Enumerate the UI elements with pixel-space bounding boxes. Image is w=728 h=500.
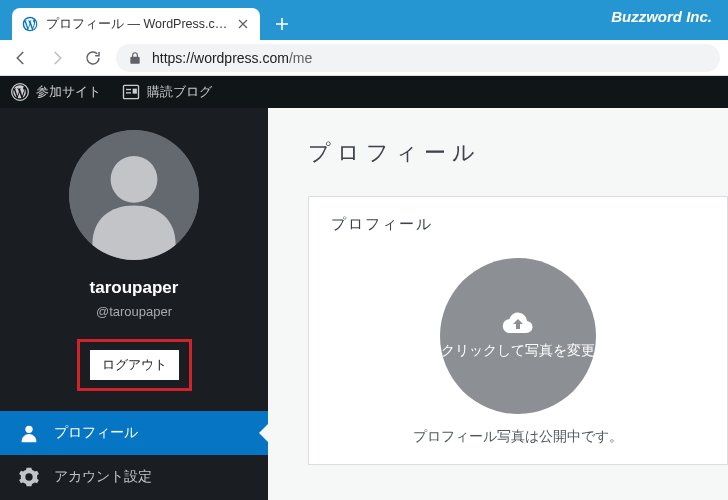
adminbar-reader[interactable]: 購読ブログ bbox=[121, 82, 212, 102]
page-title: プロフィール bbox=[308, 138, 728, 168]
svg-rect-5 bbox=[133, 89, 137, 94]
main: taroupaper @taroupaper ログアウト プロフィール アカウン… bbox=[0, 108, 728, 500]
adminbar-mysites-label: 参加サイト bbox=[36, 83, 101, 101]
sidebar: taroupaper @taroupaper ログアウト プロフィール アカウン… bbox=[0, 108, 268, 500]
reload-button[interactable] bbox=[80, 45, 106, 71]
window-brand: Buzzword Inc. bbox=[611, 8, 712, 25]
avatar-upload[interactable]: クリックして写真を変更 bbox=[440, 258, 596, 414]
sidebar-item-label: アカウント設定 bbox=[54, 468, 152, 486]
sidebar-item-label: プロフィール bbox=[54, 424, 138, 442]
sidebar-handle: @taroupaper bbox=[96, 304, 172, 319]
sidebar-item-profile[interactable]: プロフィール bbox=[0, 411, 268, 455]
new-tab-button[interactable] bbox=[268, 10, 296, 38]
svg-point-7 bbox=[111, 156, 158, 203]
avatar-upload-text: クリックして写真を変更 bbox=[441, 341, 595, 361]
sidebar-avatar bbox=[69, 130, 199, 260]
wordpress-icon bbox=[10, 82, 30, 102]
card-title: プロフィール bbox=[331, 215, 705, 234]
reader-icon bbox=[121, 82, 141, 102]
browser-titlebar: プロフィール — WordPress.com Buzzword Inc. bbox=[0, 0, 728, 40]
gear-icon bbox=[18, 466, 40, 488]
close-icon[interactable] bbox=[236, 17, 250, 31]
browser-tab[interactable]: プロフィール — WordPress.com bbox=[12, 8, 260, 40]
adminbar-reader-label: 購読ブログ bbox=[147, 83, 212, 101]
profile-card: プロフィール クリックして写真を変更 プロフィール写真は公開中です。 bbox=[308, 196, 728, 465]
content: プロフィール プロフィール クリックして写真を変更 プロフィール写真は公開中です… bbox=[268, 108, 728, 500]
browser-toolbar: https://wordpress.com/me bbox=[0, 40, 728, 76]
person-icon bbox=[18, 422, 40, 444]
wp-admin-bar: 参加サイト 購読ブログ bbox=[0, 76, 728, 108]
sidebar-username: taroupaper bbox=[90, 278, 179, 298]
url-text: https://wordpress.com/me bbox=[152, 50, 312, 66]
logout-highlight: ログアウト bbox=[77, 339, 192, 391]
photo-visibility-note: プロフィール写真は公開中です。 bbox=[331, 428, 705, 446]
sidebar-item-account[interactable]: アカウント設定 bbox=[0, 455, 268, 499]
lock-icon bbox=[128, 51, 142, 65]
wordpress-favicon bbox=[22, 16, 38, 32]
logout-button[interactable]: ログアウト bbox=[90, 350, 179, 380]
sidebar-menu: プロフィール アカウント設定 bbox=[0, 411, 268, 499]
adminbar-mysites[interactable]: 参加サイト bbox=[10, 82, 101, 102]
cloud-upload-icon bbox=[502, 311, 534, 335]
tab-title: プロフィール — WordPress.com bbox=[46, 16, 228, 33]
address-bar[interactable]: https://wordpress.com/me bbox=[116, 44, 720, 72]
back-button[interactable] bbox=[8, 45, 34, 71]
forward-button[interactable] bbox=[44, 45, 70, 71]
svg-point-8 bbox=[25, 426, 32, 433]
